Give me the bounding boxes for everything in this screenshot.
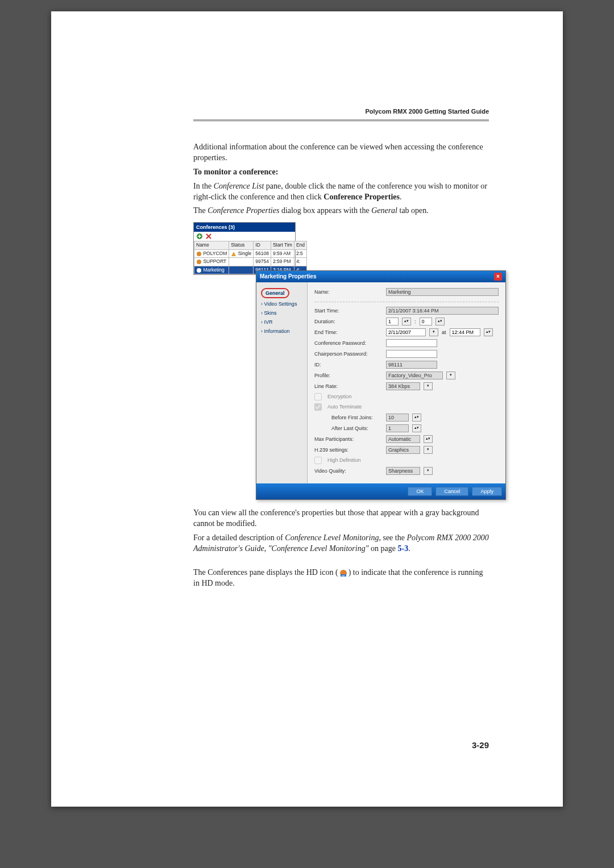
h239-select: [386, 446, 420, 454]
chairperson-password-field[interactable]: [386, 350, 437, 358]
conferences-pane: Conferences (3) Name Status ID Start Tim: [193, 222, 296, 275]
svg-text:HD: HD: [342, 574, 345, 577]
col-id[interactable]: ID: [254, 241, 271, 249]
before-first-field: [386, 414, 409, 422]
dropdown-icon: ▾: [424, 382, 433, 390]
page-reference-link[interactable]: 5-3: [398, 544, 409, 553]
dialog-body: General › Video Settings › Skins › IVR ›…: [256, 282, 505, 483]
label-line-rate: Line Rate:: [314, 383, 383, 390]
spinner-icon: ▴▾: [424, 435, 433, 443]
text-frag: .: [400, 193, 402, 201]
spinner-icon: ▴▾: [412, 414, 421, 422]
label-video-quality: Video Quality:: [314, 468, 383, 474]
table-row[interactable]: POLYCOM Single 56108 9:59 AM 2:5: [194, 249, 307, 257]
after-last-field: [386, 424, 409, 432]
spinner-icon[interactable]: ▴▾: [435, 318, 445, 326]
text-frag: For a detailed description of: [193, 533, 285, 542]
apply-button[interactable]: Apply: [472, 487, 502, 496]
nav-label: Skins: [264, 310, 277, 316]
header-rule: [193, 119, 489, 122]
label-after-last: After Last Quits:: [331, 425, 383, 432]
text-frag: .: [408, 544, 410, 553]
cell-status: [229, 258, 254, 266]
col-status[interactable]: Status: [229, 241, 254, 249]
text-conf-props: Conference Properties: [323, 193, 400, 201]
cell-id: 99754: [254, 258, 271, 266]
text-frag: The: [193, 206, 208, 215]
cell-name: POLYCOM: [203, 251, 227, 256]
svg-point-1: [197, 252, 201, 256]
conferences-toolbar: [194, 232, 295, 241]
conference-icon: [196, 259, 202, 265]
paragraph-hd-icon: The Conferences pane displays the HD ico…: [193, 567, 489, 589]
conference-password-field[interactable]: [386, 339, 437, 347]
delete-icon[interactable]: [205, 233, 212, 240]
text-frag: see the: [381, 533, 406, 542]
high-definition-checkbox: [314, 457, 322, 464]
header-guide-title: Polycom RMX 2000 Getting Started Guide: [365, 108, 489, 115]
dialog-title-text: Marketing Properties: [260, 273, 316, 281]
duration-hours-field[interactable]: [386, 318, 399, 326]
label-conf-password: Conference Password:: [314, 340, 383, 347]
label-before-first: Before First Joins:: [331, 414, 383, 421]
table-row[interactable]: SUPPORT 99754 2:59 PM 4:: [194, 258, 307, 266]
screenshot-conference-properties: Conferences (3) Name Status ID Start Tim: [193, 222, 489, 500]
label-h239: H.239 settings:: [314, 446, 383, 453]
text-frag: tab open.: [397, 206, 429, 215]
nav-item-info[interactable]: › Information: [259, 327, 305, 336]
hd-icon: HD: [338, 569, 349, 577]
label-end-time: End Time:: [314, 329, 383, 336]
end-date-field[interactable]: [386, 328, 426, 336]
properties-dialog: Marketing Properties × General › Video S…: [256, 270, 506, 500]
end-time-field[interactable]: [450, 328, 480, 336]
conferences-pane-title: Conferences (3): [194, 223, 295, 232]
col-end[interactable]: End: [294, 241, 306, 249]
label-start-time: Start Time:: [314, 307, 383, 314]
video-quality-select: [386, 467, 420, 475]
label-id: ID:: [314, 361, 383, 368]
auto-terminate-checkbox: [314, 403, 322, 411]
page-number: 3-29: [472, 740, 489, 750]
label-duration: Duration:: [314, 318, 383, 325]
text-props-dialog: Conference Properties: [208, 206, 279, 215]
dropdown-icon: ▾: [446, 372, 455, 379]
cancel-button[interactable]: Cancel: [435, 487, 468, 496]
dropdown-icon: ▾: [424, 467, 433, 475]
paragraph-dialog-note: The Conference Properties dialog box app…: [193, 206, 489, 216]
dialog-nav-sidebar: General › Video Settings › Skins › IVR ›…: [256, 282, 308, 483]
text-frag: on page: [369, 544, 398, 553]
close-icon[interactable]: ×: [494, 273, 502, 281]
ok-button[interactable]: OK: [408, 487, 432, 496]
start-time-field: [386, 307, 499, 315]
nav-item-video[interactable]: › Video Settings: [259, 299, 305, 308]
nav-item-ivr[interactable]: › IVR: [259, 318, 305, 327]
nav-item-general[interactable]: General: [259, 287, 305, 299]
dropdown-icon: ▾: [424, 446, 433, 454]
label-max-participants: Max Participants:: [314, 436, 383, 443]
warning-icon: [231, 251, 237, 257]
duration-colon: :: [414, 318, 416, 325]
text-conf-list: Conference List: [214, 182, 264, 190]
id-field: [386, 361, 437, 369]
conferences-table: Name Status ID Start Tim End POLYCOM Sin…: [194, 241, 307, 274]
label-encryption: Encryption: [327, 393, 352, 400]
nav-item-skins[interactable]: › Skins: [259, 308, 305, 318]
col-name[interactable]: Name: [194, 241, 229, 249]
document-page: Polycom RMX 2000 Getting Started Guide A…: [51, 11, 563, 807]
paragraph-intro: Additional information about the confere…: [193, 142, 489, 164]
paragraph-gray-note: You can view all the conference's proper…: [193, 508, 489, 529]
duration-minutes-field[interactable]: [420, 318, 432, 326]
spinner-icon: ▴▾: [412, 424, 421, 432]
page-content: Additional information about the confere…: [193, 142, 489, 592]
dialog-footer: OK Cancel Apply: [256, 483, 505, 499]
col-start[interactable]: Start Tim: [271, 241, 294, 249]
name-field: [386, 288, 499, 296]
dropdown-icon[interactable]: ▾: [429, 328, 438, 336]
paragraph-see-also: For a detailed description of Conference…: [193, 533, 489, 554]
spinner-icon[interactable]: ▴▾: [484, 328, 493, 336]
cell-id: 56108: [254, 249, 271, 257]
line-rate-select: [386, 382, 420, 390]
nav-label: IVR: [264, 319, 273, 325]
spinner-icon[interactable]: ▴▾: [402, 318, 411, 326]
add-icon[interactable]: [196, 233, 203, 240]
